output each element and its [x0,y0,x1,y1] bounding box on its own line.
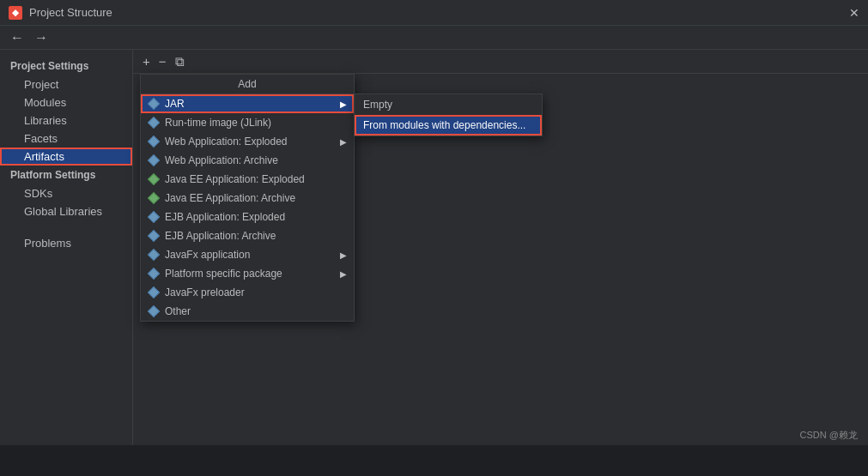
main-layout: Project Settings Project Modules Librari… [0,50,868,445]
content-toolbar: + − ⧉ [133,50,868,74]
dropdown-item-javafx-app[interactable]: JavaFx application ▶ [141,245,354,264]
sidebar-item-facets[interactable]: Facets [0,130,132,148]
sidebar-item-project[interactable]: Project [0,75,132,93]
runtime-icon [148,117,160,129]
forward-button[interactable]: → [31,28,52,47]
jar-submenu: Empty From modules with dependencies... [354,93,543,136]
add-dropdown: Add JAR ▶ Empty From modules with depend… [140,74,355,322]
add-dropdown-overlay: Add JAR ▶ Empty From modules with depend… [140,74,355,322]
javafx-app-arrow: ▶ [340,250,347,260]
watermark: CSDN @赖龙 [790,425,868,445]
dropdown-item-runtime[interactable]: Run-time image (JLink) [141,113,354,132]
add-button[interactable]: + [140,54,153,69]
add-dropdown-title: Add [141,75,354,94]
sub-item-from-modules[interactable]: From modules with dependencies... [355,115,542,136]
dropdown-item-ejb-archive[interactable]: EJB Application: Archive [141,226,354,245]
close-button[interactable]: ✕ [849,6,859,20]
web-exploded-icon [148,136,160,148]
ejb-archive-icon [148,230,160,242]
javaee-exploded-icon [148,173,160,185]
back-button[interactable]: ← [7,28,27,47]
title-bar: ◆ Project Structure ✕ [0,0,868,26]
javafx-preloader-icon [148,286,160,298]
ejb-exploded-icon [148,211,160,223]
sidebar-item-libraries[interactable]: Libraries [0,111,132,130]
dropdown-item-javaee-exploded[interactable]: Java EE Application: Exploded [141,170,354,189]
platform-settings-label: Platform Settings [0,166,132,184]
javafx-app-icon [148,249,160,261]
web-archive-icon [148,154,160,166]
sidebar-item-artifacts[interactable]: Artifacts [0,148,132,166]
dropdown-item-javafx-preloader[interactable]: JavaFx preloader [141,283,354,302]
web-exploded-arrow: ▶ [340,137,347,147]
jar-arrow: ▶ [340,99,347,109]
platform-package-arrow: ▶ [340,269,347,279]
dropdown-item-web-archive[interactable]: Web Application: Archive [141,151,354,170]
dropdown-item-platform-package[interactable]: Platform specific package ▶ [141,264,354,283]
sidebar-item-sdks[interactable]: SDKs [0,184,132,202]
sidebar: Project Settings Project Modules Librari… [0,50,133,445]
sidebar-item-global-libraries[interactable]: Global Libraries [0,202,132,220]
sidebar-item-modules[interactable]: Modules [0,93,132,111]
dropdown-item-jar[interactable]: JAR ▶ Empty From modules with dependenci… [141,94,354,113]
platform-package-icon [148,268,160,280]
remove-button[interactable]: − [156,54,169,69]
app-icon: ◆ [9,6,22,20]
dropdown-item-web-exploded[interactable]: Web Application: Exploded ▶ [141,132,354,151]
javaee-archive-icon [148,192,160,204]
jar-icon [148,98,160,110]
dropdown-item-javaee-archive[interactable]: Java EE Application: Archive [141,189,354,208]
dropdown-item-ejb-exploded[interactable]: EJB Application: Exploded [141,208,354,226]
dropdown-item-other[interactable]: Other [141,302,354,321]
nav-bar: ← → [0,26,868,50]
other-icon [148,305,160,317]
copy-button[interactable]: ⧉ [173,54,187,69]
project-settings-label: Project Settings [0,57,132,75]
content-area: + − ⧉ Add JAR ▶ Empty From modules with … [133,50,868,445]
window-title: Project Structure [29,6,112,19]
sub-item-empty[interactable]: Empty [355,94,542,115]
sidebar-item-problems[interactable]: Problems [0,234,132,252]
